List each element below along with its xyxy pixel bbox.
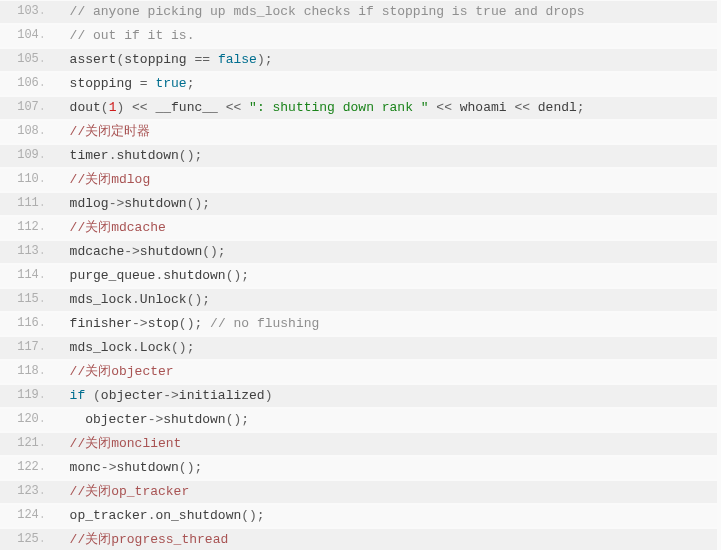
code-content[interactable]: mdcache->shutdown();: [54, 241, 717, 262]
line-number: 125: [0, 529, 54, 550]
code-content[interactable]: //关闭monclient: [54, 433, 717, 454]
code-token: //关闭op_tracker: [70, 484, 190, 499]
code-line: 108 //关闭定时器: [0, 120, 717, 144]
code-content[interactable]: mds_lock.Lock();: [54, 337, 717, 358]
code-token: //关闭定时器: [70, 124, 151, 139]
code-content[interactable]: timer.shutdown();: [54, 145, 717, 166]
indent: [54, 412, 85, 427]
code-token: mds_lock: [70, 340, 132, 355]
line-number: 110: [0, 169, 54, 190]
line-number: 120: [0, 409, 54, 430]
indent: [54, 4, 70, 19]
code-token: false: [218, 52, 257, 67]
code-token: if: [70, 388, 86, 403]
code-content[interactable]: mdlog->shutdown();: [54, 193, 717, 214]
code-content[interactable]: // out if it is.: [54, 25, 717, 46]
code-content[interactable]: mds_lock.Unlock();: [54, 289, 717, 310]
code-token: true: [155, 76, 186, 91]
code-token: shutdown: [163, 412, 225, 427]
code-content[interactable]: dout(1) << __func__ << ": shutting down …: [54, 97, 717, 118]
line-number: 106: [0, 73, 54, 94]
code-token: .: [132, 340, 140, 355]
code-line: 105 assert(stopping == false);: [0, 48, 717, 72]
code-content[interactable]: stopping = true;: [54, 73, 717, 94]
code-token: ();: [179, 148, 202, 163]
code-token: ();: [187, 196, 210, 211]
indent: [54, 364, 70, 379]
code-token: dout: [70, 100, 101, 115]
code-token: on_shutdown: [155, 508, 241, 523]
line-number: 119: [0, 385, 54, 406]
indent: [54, 196, 70, 211]
code-content[interactable]: if (objecter->initialized): [54, 385, 717, 406]
line-number: 116: [0, 313, 54, 334]
code-token: // anyone picking up mds_lock checks if …: [70, 4, 585, 19]
code-content[interactable]: assert(stopping == false);: [54, 49, 717, 70]
line-number: 103: [0, 1, 54, 22]
code-token: ();: [226, 412, 249, 427]
code-token: //关闭objecter: [70, 364, 174, 379]
code-line: 109 timer.shutdown();: [0, 144, 717, 168]
code-content[interactable]: purge_queue.shutdown();: [54, 265, 717, 286]
code-token: __func__: [155, 100, 217, 115]
code-content[interactable]: objecter->shutdown();: [54, 409, 717, 430]
code-line: 125 //关闭progress_thread: [0, 528, 717, 550]
indent: [54, 388, 70, 403]
code-content[interactable]: //关闭mdlog: [54, 169, 717, 190]
code-token: ();: [187, 292, 210, 307]
code-line: 123 //关闭op_tracker: [0, 480, 717, 504]
code-token: shutdown: [116, 148, 178, 163]
code-content[interactable]: //关闭objecter: [54, 361, 717, 382]
indent: [54, 340, 70, 355]
code-content[interactable]: //关闭op_tracker: [54, 481, 717, 502]
code-token: .: [132, 292, 140, 307]
indent: [54, 100, 70, 115]
code-line: 115 mds_lock.Unlock();: [0, 288, 717, 312]
line-number: 115: [0, 289, 54, 310]
code-content[interactable]: //关闭定时器: [54, 121, 717, 142]
code-content[interactable]: //关闭progress_thread: [54, 529, 717, 550]
code-token: shutdown: [116, 460, 178, 475]
code-token: // no flushing: [210, 316, 319, 331]
code-line: 121 //关闭monclient: [0, 432, 717, 456]
code-content[interactable]: // anyone picking up mds_lock checks if …: [54, 1, 717, 22]
indent: [54, 268, 70, 283]
code-token: Unlock: [140, 292, 187, 307]
code-token: stopping: [70, 76, 132, 91]
code-token: ();: [179, 460, 202, 475]
code-token: //关闭mdlog: [70, 172, 151, 187]
code-token: //关闭monclient: [70, 436, 182, 451]
line-number: 111: [0, 193, 54, 214]
line-number: 107: [0, 97, 54, 118]
indent: [54, 292, 70, 307]
code-content[interactable]: finisher->stop(); // no flushing: [54, 313, 717, 334]
line-number: 108: [0, 121, 54, 142]
code-content[interactable]: monc->shutdown();: [54, 457, 717, 478]
code-token: ();: [226, 268, 249, 283]
line-number: 109: [0, 145, 54, 166]
indent: [54, 124, 70, 139]
line-number: 123: [0, 481, 54, 502]
code-content[interactable]: //关闭mdcache: [54, 217, 717, 238]
code-token: //关闭mdcache: [70, 220, 166, 235]
code-token: mds_lock: [70, 292, 132, 307]
code-line: 106 stopping = true;: [0, 72, 717, 96]
code-token: ->: [148, 412, 164, 427]
code-token: op_tracker: [70, 508, 148, 523]
code-token: monc: [70, 460, 101, 475]
code-token: stop: [148, 316, 179, 331]
code-token: initialized: [179, 388, 265, 403]
code-content[interactable]: op_tracker.on_shutdown();: [54, 505, 717, 526]
code-line: 124 op_tracker.on_shutdown();: [0, 504, 717, 528]
indent: [54, 28, 70, 43]
code-token: ->: [109, 196, 125, 211]
line-number: 124: [0, 505, 54, 526]
code-token: ();: [202, 244, 225, 259]
line-number: 114: [0, 265, 54, 286]
code-line: 120 objecter->shutdown();: [0, 408, 717, 432]
line-number: 113: [0, 241, 54, 262]
code-token: assert: [70, 52, 117, 67]
code-line: 110 //关闭mdlog: [0, 168, 717, 192]
code-token: ;: [577, 100, 585, 115]
code-line: 116 finisher->stop(); // no flushing: [0, 312, 717, 336]
